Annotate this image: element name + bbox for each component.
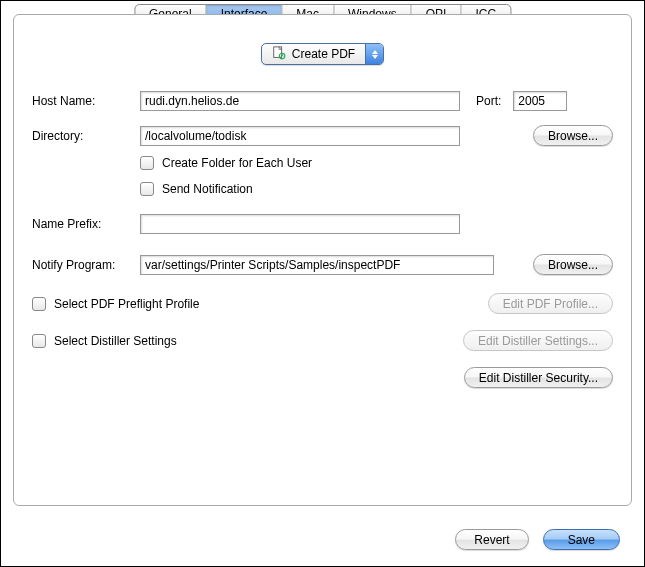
directory-browse-button[interactable]: Browse... — [533, 125, 613, 146]
notify-browse-button[interactable]: Browse... — [533, 254, 613, 275]
preferences-window: General Interface Mac Windows OPI ICC — [0, 0, 645, 567]
pdf-icon — [272, 46, 286, 63]
hostname-input[interactable] — [140, 91, 460, 111]
footer-buttons: Revert Save — [455, 529, 620, 550]
edit-pdf-profile-button[interactable]: Edit PDF Profile... — [488, 293, 613, 314]
create-pdf-popup[interactable]: Create PDF — [261, 43, 384, 65]
revert-button[interactable]: Revert — [455, 529, 528, 550]
create-folder-checkbox[interactable] — [140, 156, 154, 170]
select-preflight-label: Select PDF Preflight Profile — [54, 297, 199, 311]
edit-distiller-security-button[interactable]: Edit Distiller Security... — [464, 367, 613, 388]
chevron-up-down-icon — [365, 44, 383, 64]
send-notification-checkbox[interactable] — [140, 182, 154, 196]
port-input[interactable] — [513, 91, 567, 111]
notify-program-input[interactable] — [140, 255, 494, 275]
interface-panel: Create PDF Host Name: Port: Director — [13, 14, 632, 506]
select-preflight-checkbox[interactable] — [32, 297, 46, 311]
save-button[interactable]: Save — [543, 529, 620, 550]
hostname-label: Host Name: — [32, 94, 140, 108]
edit-distiller-settings-button[interactable]: Edit Distiller Settings... — [463, 330, 613, 351]
create-folder-label: Create Folder for Each User — [162, 156, 312, 170]
send-notification-label: Send Notification — [162, 182, 253, 196]
name-prefix-label: Name Prefix: — [32, 217, 140, 231]
port-label: Port: — [476, 94, 501, 108]
popup-label: Create PDF — [292, 47, 355, 61]
name-prefix-input[interactable] — [140, 214, 460, 234]
directory-label: Directory: — [32, 129, 140, 143]
directory-input[interactable] — [140, 126, 460, 146]
select-distiller-checkbox[interactable] — [32, 334, 46, 348]
select-distiller-label: Select Distiller Settings — [54, 334, 177, 348]
notify-program-label: Notify Program: — [32, 258, 140, 272]
